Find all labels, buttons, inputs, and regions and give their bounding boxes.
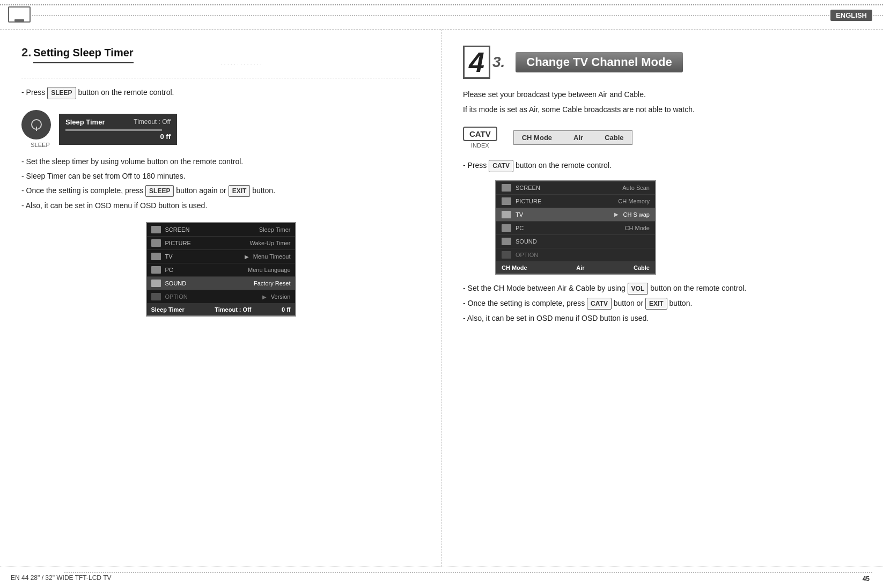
ch-mode-label: CH Mode — [522, 134, 552, 142]
top-bar: ENGLISH — [0, 0, 883, 30]
r-tv-arrow: ▶ — [614, 211, 619, 217]
bottom-left-text: EN 44 28" / 32" WIDE TFT-LCD TV — [11, 574, 111, 582]
step1-text: - Press SLEEP button on the remote contr… — [21, 86, 420, 99]
option-item: Version — [271, 293, 291, 300]
option-arrow: ▶ — [262, 294, 267, 300]
right-bullet-1: - Set the CH Mode between Air & Cable by… — [463, 283, 862, 295]
tv-arrow: ▶ — [245, 254, 249, 260]
ch-mode-row: CH Mode Air Cable — [513, 130, 632, 145]
osd-timeout: Timeout : Off — [134, 118, 171, 126]
bottom-bar: EN 44 28" / 32" WIDE TFT-LCD TV 45 — [0, 567, 883, 588]
osd-row-option: OPTION ▶ Version — [147, 290, 295, 304]
osd-row-screen: SCREEN Sleep Timer — [147, 223, 295, 237]
section-big-number: 4 — [463, 46, 490, 79]
option-label: OPTION — [165, 293, 258, 300]
sound-menu-icon — [151, 280, 161, 287]
section-number-box: 4 3. — [463, 46, 505, 79]
osd-row-pc: PC Menu Language — [147, 263, 295, 277]
intro-text-2: If its mode is set as Air, some Cable br… — [463, 104, 862, 115]
option-menu-icon — [151, 293, 161, 300]
section-heading: 2. Setting Sleep Timer · · · · · · · · ·… — [21, 46, 420, 71]
r-picture-val: CH Memory — [618, 198, 650, 204]
top-dots-line — [0, 4, 883, 5]
left-page: 2. Setting Sleep Timer · · · · · · · · ·… — [0, 30, 442, 567]
top-dots-line2 — [32, 15, 883, 16]
sleep-label-text: SLEEP — [21, 142, 59, 148]
ch-mode-cable: Cable — [605, 134, 623, 142]
sound-label: SOUND — [165, 280, 250, 286]
sleep-key2: SLEEP — [145, 185, 174, 197]
osd-row-picture: PICTURE Wake-Up Timer — [147, 237, 295, 250]
r-tv-icon — [502, 211, 511, 218]
r-tv-val: CH S wap — [623, 211, 650, 218]
picture-item: Wake-Up Timer — [250, 240, 291, 246]
pc-item: Menu Language — [248, 267, 291, 273]
catv-badge: CATV — [463, 127, 497, 141]
osd-bottom-r-air: Air — [576, 264, 584, 271]
osd-r-sound: SOUND — [496, 235, 655, 248]
right-bullet-2: - Once the setting is complete, press CA… — [463, 298, 862, 310]
osd-screenshot-right: SCREEN Auto Scan PICTURE CH Memory TV ▶ … — [495, 180, 656, 275]
r-sound-label: SOUND — [516, 238, 650, 245]
bottom-page-number: 45 — [863, 575, 870, 583]
r-sound-icon — [502, 238, 511, 245]
exit-key: EXIT — [229, 185, 251, 197]
r-pc-label: PC — [516, 225, 621, 231]
screen-menu-icon — [151, 226, 161, 233]
r-option-icon — [502, 251, 511, 259]
sleep-display: SLEEP Sleep Timer Timeout : Off 0 ff — [21, 110, 420, 148]
osd-r-pc: PC CH Mode — [496, 222, 655, 235]
language-badge: ENGLISH — [830, 10, 872, 21]
tv-menu-icon — [151, 253, 161, 260]
right-bullet-list: - Set the CH Mode between Air & Cable by… — [463, 283, 862, 324]
bullet-list: - Set the sleep timer by using volume bu… — [21, 156, 420, 211]
osd-status-timeout: Timeout : Off — [215, 306, 251, 313]
osd-bottom-r-label: CH Mode — [502, 264, 527, 271]
osd-status-label: Sleep Timer — [151, 306, 185, 313]
r-picture-icon — [502, 197, 511, 205]
pc-menu-icon — [151, 266, 161, 274]
screen-item: Sleep Timer — [259, 226, 291, 233]
sleep-osd-display: Sleep Timer Timeout : Off 0 ff — [59, 114, 177, 145]
osd-status-value: 0 ff — [282, 306, 291, 313]
osd-r-tv: TV ▶ CH S wap — [496, 208, 655, 222]
sound-item: Factory Reset — [254, 280, 290, 286]
r-option-label: OPTION — [516, 252, 650, 258]
osd-screenshot: SCREEN Sleep Timer PICTURE Wake-Up Timer… — [146, 222, 296, 317]
bullet-4: - Also, it can be set in OSD menu if OSD… — [21, 200, 420, 211]
vol-key: VOL — [628, 283, 649, 295]
pc-label: PC — [165, 267, 244, 273]
section-title-badge: Change TV Channel Mode — [516, 52, 682, 72]
section-sub-number: 3. — [492, 54, 505, 71]
r-screen-icon — [502, 184, 511, 192]
osd-row-sound: SOUND Factory Reset — [147, 277, 295, 290]
right-page: 4 3. Change TV Channel Mode Please set y… — [442, 30, 883, 567]
osd-bottom-r-cable: Cable — [634, 264, 650, 271]
catv-section: CATV INDEX CH Mode Air Cable — [463, 127, 862, 149]
bullet-1: - Set the sleep timer by using volume bu… — [21, 156, 420, 167]
r-pc-val: CH Mode — [625, 225, 650, 231]
press-instruction: - Press CATV button on the remote contro… — [463, 159, 862, 172]
catv-index: INDEX — [463, 142, 497, 149]
section-title: Setting Sleep Timer — [33, 47, 133, 63]
osd-r-screen: SCREEN Auto Scan — [496, 181, 655, 195]
tv-item: Menu Timeout — [253, 253, 291, 260]
corner-dots: · · · · · · · · · · · · · — [221, 61, 262, 67]
ch-mode-air: Air — [573, 134, 583, 142]
exit-key2: EXIT — [645, 298, 667, 310]
sleep-key: SLEEP — [47, 87, 76, 99]
section-number: 2. — [21, 46, 31, 59]
right-bullet-3: - Also, it can be set in OSD menu if OSD… — [463, 313, 862, 324]
catv-badge-wrapper: CATV INDEX — [463, 127, 497, 149]
osd-value: 0 ff — [65, 133, 171, 141]
osd-bar — [65, 129, 162, 131]
catv-key2: CATV — [587, 298, 612, 310]
osd-title: Sleep Timer — [65, 118, 105, 126]
catv-key: CATV — [489, 160, 513, 172]
osd-r-option: OPTION — [496, 248, 655, 262]
intro-text-1: Please set your broadcast type between A… — [463, 89, 862, 100]
picture-label: PICTURE — [165, 240, 246, 246]
osd-row-tv: TV ▶ Menu Timeout — [147, 250, 295, 263]
osd-r-picture: PICTURE CH Memory — [496, 195, 655, 208]
osd-bottom-bar-right: CH Mode Air Cable — [496, 262, 655, 274]
